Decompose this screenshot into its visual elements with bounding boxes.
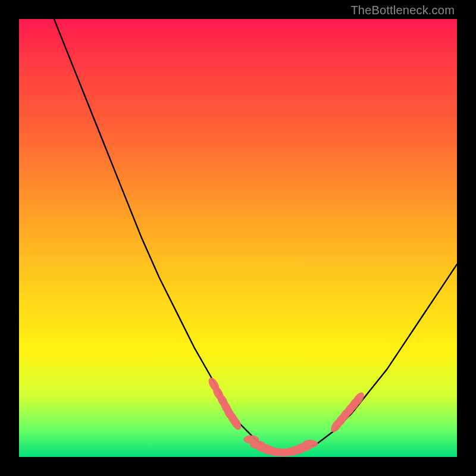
bottleneck-curve-path [54, 19, 457, 453]
chart-overlay [19, 19, 457, 457]
data-markers [206, 376, 367, 457]
watermark-text: TheBottleneck.com [350, 4, 455, 17]
gradient-plot-area [19, 19, 457, 457]
marker-bead [302, 440, 318, 448]
chart-frame: TheBottleneck.com [0, 0, 476, 476]
svg-point-16 [302, 440, 318, 448]
bottleneck-curve [54, 19, 457, 453]
